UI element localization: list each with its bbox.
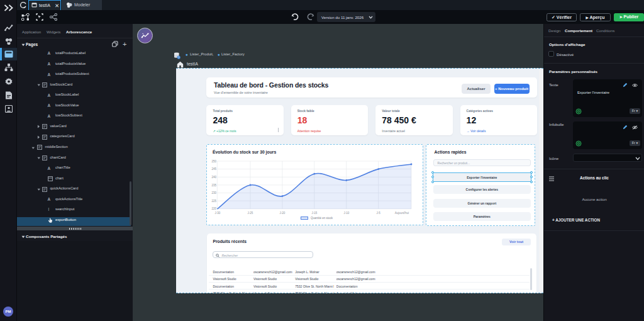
svg-text:230: 230: [211, 191, 216, 194]
svg-text:J-30: J-30: [215, 211, 221, 215]
svg-text:J-20: J-20: [280, 211, 286, 215]
svg-text:235: 235: [211, 184, 216, 187]
svg-text:J-25: J-25: [248, 211, 253, 215]
svg-text:J-15: J-15: [311, 211, 317, 215]
svg-text:Aujourd'hui: Aujourd'hui: [395, 211, 409, 215]
svg-text:250: 250: [211, 160, 216, 163]
svg-text:240: 240: [211, 176, 216, 179]
svg-text:220: 220: [211, 207, 216, 210]
svg-text:245: 245: [211, 167, 216, 171]
svg-text:225: 225: [211, 200, 216, 203]
svg-text:J-5: J-5: [377, 211, 381, 215]
svg-text:J-10: J-10: [343, 211, 349, 215]
